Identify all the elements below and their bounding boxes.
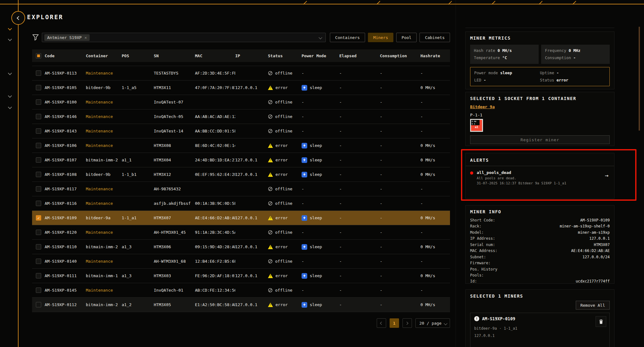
table-row[interactable]: AM-S19XP-0112bitmain-imm-2a1_2HTM3X05E1:…: [32, 298, 450, 312]
remove-filter-icon[interactable]: ×: [85, 35, 87, 40]
table-row[interactable]: AM-S19XP-0140MaintenanceAH-WTM3X01_6812:…: [32, 254, 450, 269]
table-row[interactable]: AM-S19XP-0116Maintenanceasfjb.akdjfbssf0…: [32, 196, 450, 211]
chevron-down-icon[interactable]: [8, 106, 12, 109]
row-checkbox[interactable]: [32, 85, 45, 90]
row-checkbox[interactable]: [32, 157, 45, 163]
cell-hashrate: 0 MH/s: [420, 158, 450, 162]
cell-consumption: -: [380, 215, 420, 220]
row-checkbox[interactable]: [32, 302, 45, 307]
row-checkbox[interactable]: [32, 273, 45, 278]
lightning-icon: [303, 158, 306, 162]
status-label: offline: [275, 201, 292, 206]
view-button-pool[interactable]: Pool: [396, 33, 417, 42]
view-button-containers[interactable]: Containers: [330, 33, 365, 42]
checkbox-icon: [36, 157, 41, 163]
filter-select[interactable]: Antminer S19XP ×: [42, 33, 326, 42]
cell-hashrate: 0 MH/s: [420, 302, 450, 307]
selected-miner-list: AM-S19XP-0109bitdeer-9a · 1-1_a1127.0.0.…: [470, 313, 610, 347]
row-checkbox[interactable]: [32, 230, 45, 235]
warning-icon: [268, 274, 273, 278]
table-row[interactable]: AM-S19XP-0111bitmain-imm-1a1_3HTM3X03FE:…: [32, 269, 450, 283]
row-checkbox[interactable]: [32, 143, 45, 148]
info-label: Id:: [470, 278, 477, 284]
chevron-down-icon[interactable]: [8, 72, 12, 76]
cell-ip: 127.0.0.1: [235, 158, 268, 162]
table-row[interactable]: AM-S19XP-0109bitdeer-9a1-1_a1HTM3X07AE:E…: [32, 211, 450, 225]
cell-status: offline: [268, 129, 302, 133]
cell-mac: 0E:EF:95:62:E4:2E: [195, 172, 235, 177]
chevron-down-icon[interactable]: [8, 27, 12, 31]
power-mode-label: -: [302, 100, 304, 104]
row-checkbox[interactable]: [32, 259, 45, 264]
cell-elapsed: -: [339, 230, 380, 235]
chevron-down-icon[interactable]: [8, 38, 12, 42]
miner-info-row: Serial num:HTM3X07: [470, 242, 610, 248]
power-mode-label: -: [302, 114, 304, 119]
table-row[interactable]: AM-S19XP-0106MaintenanceHTM3X088E:6D:4C:…: [32, 138, 450, 153]
socket-tile[interactable]: 0 KW0 A a1: [470, 119, 483, 132]
cell-container: bitmain-imm-2: [86, 302, 122, 307]
scrollbar[interactable]: [639, 27, 640, 131]
cell-consumption: -: [380, 114, 420, 119]
table-row[interactable]: AM-S19XP-0105bitdeer-9b1-1_a5HTM3X1147:0…: [32, 81, 450, 95]
register-miner-button[interactable]: Register miner: [470, 135, 610, 144]
cell-sn: HTM3X08: [154, 143, 195, 148]
metric-card: Hash rate 0 MH/sTemperature °C: [470, 45, 539, 64]
row-checkbox[interactable]: [32, 186, 45, 192]
row-checkbox[interactable]: [32, 244, 45, 249]
cell-consumption: -: [380, 259, 420, 264]
current-page[interactable]: 1: [390, 318, 399, 328]
table-row[interactable]: AM-S19XP-0146MaintenanceInvQATech-05AA:A…: [32, 109, 450, 124]
next-page-button[interactable]: [402, 318, 412, 328]
prev-page-button[interactable]: [377, 318, 386, 328]
row-checkbox[interactable]: [32, 70, 45, 76]
table-row[interactable]: AM-S19XP-0100MaintenanceInvQATest-07offl…: [32, 95, 450, 109]
remove-miner-button[interactable]: [596, 316, 606, 327]
remove-all-button[interactable]: Remove All: [576, 301, 610, 310]
alert-item[interactable]: all_pools_deadAll pools are dead.31-07-2…: [466, 166, 614, 185]
offline-icon: [268, 201, 273, 206]
alert-open-arrow-icon[interactable]: [605, 172, 608, 179]
page-size-value: 20 / page: [419, 321, 441, 326]
table-row[interactable]: AM-S19XP-0110bitmain-imm-2a1_3HTM3X0609:…: [32, 240, 450, 254]
power-value: error: [557, 78, 569, 82]
checkbox-icon: [36, 244, 41, 249]
row-checkbox[interactable]: [32, 99, 45, 105]
select-all-checkbox[interactable]: [32, 53, 45, 59]
view-button-cabinets[interactable]: Cabinets: [419, 33, 450, 42]
page-size-select[interactable]: 20 / page: [415, 318, 450, 328]
miner-info-panel: MINER INFO Short Code:AM-S19XP-0109Rack:…: [465, 205, 614, 284]
offline-icon: [268, 187, 273, 191]
column-header: IP: [235, 53, 268, 58]
column-header: MAC: [195, 53, 235, 58]
cell-consumption: -: [380, 187, 420, 191]
row-checkbox[interactable]: [32, 288, 45, 293]
table-row[interactable]: AM-S19XP-0108bitdeer-9b1-1_b1HTM3X120E:E…: [32, 167, 450, 182]
view-button-miners[interactable]: Miners: [368, 33, 393, 42]
back-button[interactable]: [11, 11, 25, 25]
table-row[interactable]: AM-S19XP-0143MaintenanceInvQATest-14AA:B…: [32, 124, 450, 138]
table-row[interactable]: AM-S19XP-0117MaintenanceAH-98765432offli…: [32, 182, 450, 196]
cell-elapsed: -: [339, 100, 380, 104]
warning-icon: [268, 158, 273, 162]
selected-miner-code: AM-S19XP-0109: [482, 316, 515, 321]
cell-power-mode: sleep: [302, 143, 339, 148]
cell-container: Maintenance: [86, 114, 122, 119]
filter-tag-label: Antminer S19XP: [47, 35, 82, 40]
row-checkbox[interactable]: [32, 114, 45, 119]
table-row[interactable]: AM-S19XP-0145MaintenanceInvQATech-01AB:C…: [32, 283, 450, 298]
container-link[interactable]: Bitdeer 9a: [470, 104, 495, 109]
row-checkbox[interactable]: [32, 215, 45, 221]
chevron-down-icon[interactable]: [8, 94, 12, 98]
cell-container: bitdeer-9a: [86, 215, 122, 220]
row-checkbox[interactable]: [32, 172, 45, 177]
cell-power-mode: sleep: [302, 85, 339, 91]
table-row[interactable]: AM-S19XP-0107bitmain-imm-2a1_1HTM3X0424:…: [32, 153, 450, 167]
info-value: AE:E4:66:D2:AB:AE: [571, 248, 610, 254]
row-checkbox[interactable]: [32, 128, 45, 134]
cell-container: Maintenance: [86, 201, 122, 206]
toolbar: Antminer S19XP × ContainersMinersPoolCab…: [32, 33, 450, 42]
row-checkbox[interactable]: [32, 201, 45, 206]
table-row[interactable]: AM-S19XP-0120MaintenanceAH-HTM3X01_4591:…: [32, 225, 450, 240]
table-row[interactable]: AM-S19XP-0113MaintenanceTESTASTDYSAF:2D:…: [32, 66, 450, 81]
